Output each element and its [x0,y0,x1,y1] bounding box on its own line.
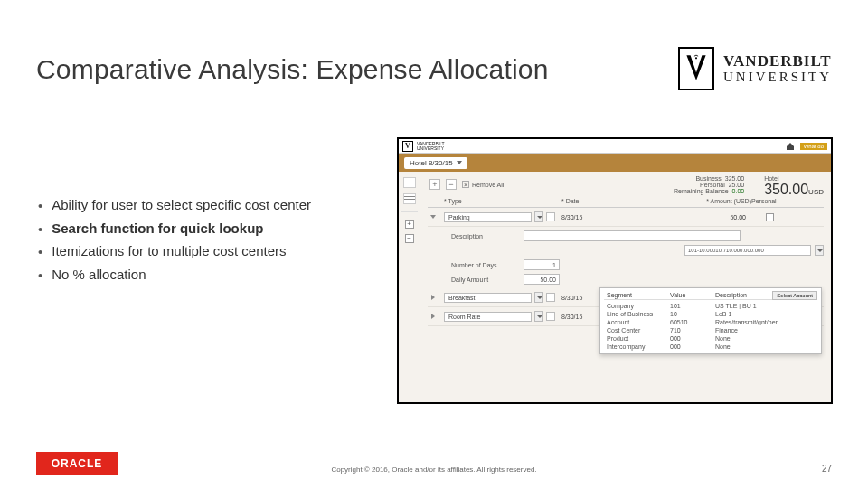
bullet-item: Ability for user to select specific cost… [38,197,400,215]
account-input[interactable]: 101-10.00010.710.000.000.000 [684,245,811,256]
segment-row: Intercompany000None [604,343,817,351]
svg-point-0 [695,57,697,59]
ss-brand-text: VANDERBILT UNIVERSITY [417,142,445,150]
daily-label: Daily Amount [451,277,514,283]
vanderbilt-logo: VANDERBILT UNIVERSITY [678,47,832,92]
row-detail: Description 101-10.00010.710.000.000.000… [451,230,824,285]
bullet-item: Search function for quick lookup [38,221,400,239]
page-number: 27 [822,464,832,474]
bullet-list: Ability for user to select specific cost… [38,197,400,289]
business-label: Business [695,175,721,182]
segment-row: Account60510Rates/transmit/gnt/her [604,318,817,326]
account-lookup-icon[interactable] [815,245,824,256]
camera-icon[interactable] [546,212,555,221]
col-personal: Personal [751,198,788,204]
bullet-text: Ability for user to select specific cost… [52,197,311,212]
date-cell[interactable]: 8/30/15 [561,214,643,221]
embedded-screenshot: V VANDERBILT UNIVERSITY What do Hotel 8/… [397,137,833,404]
remaining-label: Remaining Balance [674,188,729,194]
logo-shield-icon [678,47,714,90]
type-select[interactable]: Room Rate [444,311,543,322]
remaining-value: 0.00 [732,188,745,194]
add-row-button[interactable]: + [429,179,440,190]
daily-input[interactable]: 50.00 [524,274,560,285]
sidebar-doc-icon[interactable] [403,177,416,188]
close-icon: × [462,181,469,188]
amount-cell[interactable]: 50.00 [643,214,751,221]
segment-row: Line of Business10LoB 1 [604,310,817,318]
type-select[interactable]: Parking [444,211,543,222]
personal-checkbox[interactable] [766,213,774,221]
camera-icon[interactable] [546,293,555,302]
bullet-item: No % allocation [38,267,400,285]
business-value: 325.00 [725,175,744,182]
camera-icon[interactable] [546,312,555,321]
ss-body: + − Business 325.00 Personal 25.00 Remai… [399,172,831,402]
chevron-down-icon [534,311,543,322]
bullet-text: Itemizations for to multiple cost center… [52,243,286,258]
ss-brand-line2: UNIVERSITY [417,146,445,151]
sidebar-list-icon[interactable] [403,193,416,204]
ss-main: Business 325.00 Personal 25.00 Remaining… [420,172,831,402]
hotel-amount: 350.00USD [764,182,824,198]
expand-icon[interactable] [431,314,435,319]
summary-block: Business 325.00 Personal 25.00 Remaining… [674,175,824,198]
whatdo-button[interactable]: What do [800,143,827,150]
remove-all-button[interactable]: ×Remove All [462,181,504,188]
segment-row: Cost Center710Finance [604,326,817,334]
ss-logo-icon: V [402,141,413,152]
days-label: Number of Days [451,262,514,268]
personal-label: Personal [700,182,725,188]
ss-topbar: V VANDERBILT UNIVERSITY What do [399,139,831,154]
chevron-down-icon [457,161,462,164]
select-account-button[interactable]: Select Account [772,291,817,300]
logo-line2: UNIVERSITY [723,70,832,84]
col-date: Date [561,198,643,204]
hotel-label: Hotel [764,175,824,182]
description-label: Description [451,233,514,239]
chevron-down-icon [534,211,543,222]
hotel-chip[interactable]: Hotel 8/30/15 [404,157,467,169]
footer: ORACLE Copyright © 2016, Oracle and/or i… [0,443,868,488]
chevron-down-icon [534,292,543,303]
logo-line1: VANDERBILT [723,53,832,69]
sidebar-add-button[interactable]: + [405,220,414,229]
hotel-chip-label: Hotel 8/30/15 [410,159,453,167]
segment-row: Company101US TLE | BU 1 [604,302,817,310]
delete-row-button[interactable]: − [446,179,457,190]
bullet-text: No % allocation [52,267,146,282]
personal-value: 25.00 [729,182,745,188]
title-row: Comparative Analysis: Expense Allocation… [36,47,832,92]
type-select[interactable]: Breakfast [444,292,543,303]
bullet-text: Search function for quick lookup [52,221,263,236]
home-icon[interactable] [786,142,795,151]
ss-titlebar: Hotel 8/30/15 [399,154,831,172]
segment-popup[interactable]: Select Account Segment Value Description… [599,287,822,354]
expand-icon[interactable] [431,295,435,300]
ss-sidebar: + − [399,172,420,402]
logo-text: VANDERBILT UNIVERSITY [723,53,832,84]
days-input[interactable]: 1 [524,259,560,270]
table-row: Parking 8/30/15 50.00 [428,208,824,227]
slide: Comparative Analysis: Expense Allocation… [0,0,868,488]
expand-icon[interactable] [430,215,436,219]
slide-title: Comparative Analysis: Expense Allocation [36,54,549,85]
description-input[interactable] [524,230,741,241]
col-amount: Amount (USD) [643,198,751,204]
sidebar-remove-button[interactable]: − [405,234,414,243]
col-type: Type [444,198,543,204]
segment-row: Product000None [604,334,817,343]
bullet-item: Itemizations for to multiple cost center… [38,243,400,261]
copyright-text: Copyright © 2016, Oracle and/or its affi… [0,465,868,474]
